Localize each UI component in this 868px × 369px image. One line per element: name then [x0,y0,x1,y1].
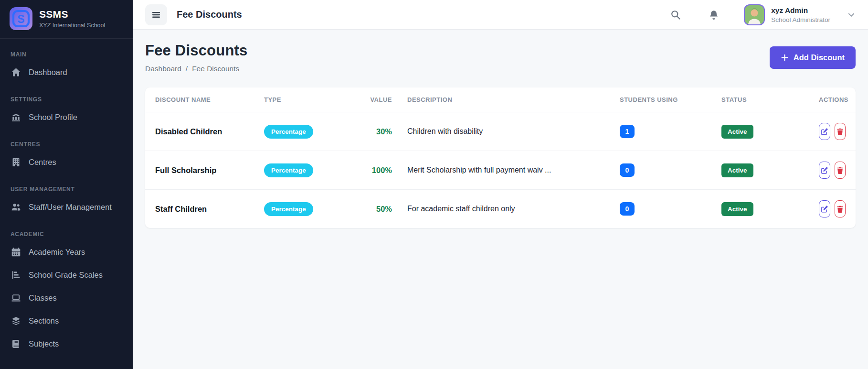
sidebar-item-label: Classes [29,293,57,303]
status-badge: Active [721,125,753,139]
discounts-table-card: DISCOUNT NAME TYPE VALUE DESCRIPTION STU… [145,87,856,228]
col-type: TYPE [256,87,352,112]
sidebar-item-centres[interactable]: Centres [0,151,133,174]
edit-discount-button[interactable] [819,162,830,179]
sidebar-item-label: Dashboard [29,68,67,77]
breadcrumb-current: Fee Discounts [192,65,239,73]
nav-section-settings: SETTINGS [0,84,133,106]
status-cell: Active [714,112,811,151]
avatar [744,4,765,25]
grade-scales-icon [11,270,21,280]
trash-icon [836,128,844,136]
sidebar-item-label: School Profile [29,113,77,122]
user-name: xyz Admin [771,6,830,15]
book-icon [11,338,21,349]
type-cell: Percentage [256,151,352,190]
type-cell: Percentage [256,112,352,151]
type-badge: Percentage [264,163,313,177]
delete-discount-button[interactable] [835,162,846,179]
search-icon [670,10,681,20]
sidebar-item-dashboard[interactable]: Dashboard [0,61,133,84]
trash-icon [836,205,844,213]
trash-icon [836,166,844,174]
type-badge: Percentage [264,125,313,139]
value-cell: 30% [352,112,400,151]
bell-icon [709,10,719,20]
col-discount-name: DISCOUNT NAME [145,87,256,112]
actions-cell [811,151,856,190]
brand: S SSMS XYZ International School [0,0,133,39]
discount-name-cell: Staff Children [145,190,256,228]
home-icon [11,67,21,77]
table-row: Full Scholarship Percentage 100% Merit S… [145,151,856,190]
building-icon [11,157,21,167]
sidebar-item-academic-years[interactable]: Academic Years [0,240,133,263]
students-using-cell: 0 [612,151,714,190]
topbar-title: Fee Discounts [177,9,242,20]
sidebar-item-sections[interactable]: Sections [0,309,133,332]
nav-section-centres: CENTRES [0,129,133,151]
description-cell: Children with disability [400,112,612,151]
sidebar-item-school-grade-scales[interactable]: School Grade Scales [0,263,133,286]
topbar: Fee Discounts xyz Admin School Administr… [133,0,868,30]
discount-name-cell: Full Scholarship [145,151,256,190]
sidebar-item-subjects[interactable]: Subjects [0,332,133,355]
pencil-square-icon [820,128,828,136]
sidebar-item-label: Academic Years [29,248,85,257]
students-count-badge: 0 [620,163,635,177]
students-using-cell: 1 [612,112,714,151]
brand-text: SSMS XYZ International School [39,9,105,29]
hamburger-icon [151,10,161,20]
main-area: Fee Discounts xyz Admin School Administr… [133,0,868,369]
plus-icon [781,54,789,62]
pencil-square-icon [820,205,828,213]
add-discount-label: Add Discount [794,53,845,62]
notifications-button[interactable] [705,6,723,24]
status-cell: Active [714,190,811,228]
user-menu[interactable]: xyz Admin School Administrator [744,4,856,25]
description-cell: Merit Scholarship with full payment waiv… [400,151,612,190]
users-icon [11,202,21,212]
nav-section-main: MAIN [0,39,133,61]
layers-icon [11,315,21,326]
laptop-icon [11,293,21,303]
sidebar-item-classes[interactable]: Classes [0,286,133,309]
brand-name: SSMS [39,9,105,20]
sidebar-item-label: Staff/User Management [29,203,112,212]
app-window: S SSMS XYZ International School MAIN Das… [0,0,868,369]
students-count-badge: 1 [620,125,635,138]
edit-discount-button[interactable] [819,123,830,140]
students-count-badge: 0 [620,202,635,216]
search-button[interactable] [667,6,685,24]
table-row: Disabled Children Percentage 30% Childre… [145,112,856,151]
add-discount-button[interactable]: Add Discount [770,46,856,69]
chevron-down-icon [847,11,856,19]
nav-section-academic: ACADEMIC [0,218,133,240]
col-actions: ACTIONS [811,87,856,112]
breadcrumb-dashboard-link[interactable]: Dashboard [145,65,181,73]
brand-subtitle: XYZ International School [39,22,105,29]
delete-discount-button[interactable] [835,200,846,217]
table-row: Staff Children Percentage 50% For academ… [145,190,856,228]
sidebar-item-label: Sections [29,316,59,326]
sidebar-item-label: Subjects [29,339,59,348]
col-value: VALUE [352,87,400,112]
sidebar-item-staff-user-management[interactable]: Staff/User Management [0,195,133,218]
brand-logo-icon: S [10,7,32,30]
user-info: xyz Admin School Administrator [771,6,830,23]
discounts-table: DISCOUNT NAME TYPE VALUE DESCRIPTION STU… [145,87,856,228]
user-role: School Administrator [771,16,830,23]
sidebar-item-label: Centres [29,158,56,167]
discount-name-cell: Disabled Children [145,112,256,151]
actions-cell [811,190,856,228]
sidebar-item-school-profile[interactable]: School Profile [0,106,133,129]
type-cell: Percentage [256,190,352,228]
sidebar-toggle-button[interactable] [145,4,167,25]
page-head: Fee Discounts Dashboard / Fee Discounts … [145,42,856,73]
status-badge: Active [721,163,753,177]
breadcrumb-separator: / [186,65,188,73]
delete-discount-button[interactable] [835,123,846,140]
actions-cell [811,112,856,151]
edit-discount-button[interactable] [819,200,830,217]
pencil-square-icon [820,166,828,174]
